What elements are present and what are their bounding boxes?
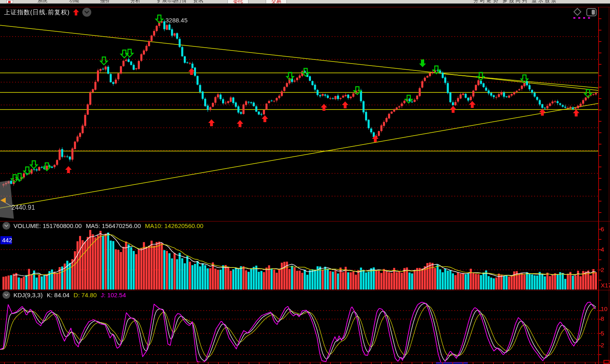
time-axis-tick <box>320 362 321 364</box>
time-axis-tick <box>493 362 494 364</box>
collapse-main-button[interactable] <box>82 8 91 17</box>
layout-panel-icon[interactable] <box>586 8 597 16</box>
time-axis-tick <box>126 362 127 364</box>
volume-label: VOLUME: 151760800.00 <box>13 222 82 229</box>
kdj-j-value: J: 102.54 <box>101 292 126 298</box>
time-axis-tick <box>462 362 463 364</box>
time-axis-tick <box>452 362 453 364</box>
time-axis-tick <box>177 362 178 364</box>
axis-tick <box>598 201 601 202</box>
time-axis-tick <box>259 362 260 364</box>
volume-axis: 642X17 <box>598 221 610 290</box>
time-axis-tick <box>249 362 249 364</box>
time-axis-tick <box>4 362 5 364</box>
trading-app-window: 系统 功能 报价 分析 扩展市场行情 资讯 委托 交易 分时走势 多股同列 显示… <box>0 0 610 364</box>
axis-tick <box>598 98 601 99</box>
time-axis-tick <box>24 362 25 364</box>
axis-tick <box>598 155 601 156</box>
volume-scale-label: X17 <box>601 282 610 289</box>
axis-tick <box>598 259 601 260</box>
time-axis-tick <box>534 362 535 364</box>
axis-tick <box>598 75 601 76</box>
collapse-volume-button[interactable] <box>2 222 10 230</box>
kdj-chart[interactable] <box>0 290 598 362</box>
time-axis-tick <box>14 362 15 364</box>
volume-axis-label: 6 <box>601 226 604 232</box>
order-button[interactable]: 委托 <box>227 0 249 4</box>
menu-item-analysis[interactable]: 分析 <box>130 0 140 4</box>
time-axis-tick <box>524 362 524 364</box>
kdj-axis-label: 10 <box>601 305 608 312</box>
time-axis-tick <box>86 362 86 364</box>
time-axis-tick <box>147 362 148 364</box>
time-axis-tick <box>554 362 555 364</box>
axis-tick <box>598 167 601 167</box>
kdj-name: KDJ(9,3,3) <box>13 292 43 298</box>
time-axis-tick <box>412 362 412 364</box>
trade-button[interactable]: 交易 <box>266 0 287 4</box>
time-axis-tick <box>55 362 56 364</box>
axis-tick <box>598 18 601 19</box>
menu-item-system[interactable]: 系统 <box>37 0 47 4</box>
time-axis-tick <box>473 362 473 364</box>
divider-kdj <box>0 290 610 290</box>
time-axis-tick <box>575 362 575 364</box>
time-axis-strip <box>0 362 610 364</box>
collapse-kdj-button[interactable] <box>2 291 10 299</box>
time-axis-tick <box>289 362 290 364</box>
time-axis-tick <box>218 362 219 364</box>
time-axis-tick <box>340 362 341 364</box>
time-axis-tick <box>381 362 382 364</box>
menu-item-quote[interactable]: 报价 <box>100 0 110 4</box>
axis-tick <box>598 110 601 110</box>
axis-tick <box>598 41 601 42</box>
time-axis-tick <box>116 362 117 364</box>
time-axis-tick <box>442 362 443 364</box>
menu-item-function[interactable]: 功能 <box>69 0 79 4</box>
time-axis-tick <box>106 362 107 364</box>
axis-tick <box>598 280 601 281</box>
axis-tick <box>598 144 601 145</box>
chart-title: 上证指数(日线.前复权) <box>4 9 70 16</box>
time-axis-tick <box>544 362 545 364</box>
time-axis-tick <box>35 362 35 364</box>
low-price-label: 2440.91 <box>11 204 35 211</box>
kdj-axis: 10852 <box>598 290 610 362</box>
menubar: 系统 功能 报价 分析 扩展市场行情 资讯 委托 交易 分时走势 多股同列 显示… <box>0 0 610 4</box>
axis-tick <box>598 239 601 240</box>
time-axis-tick <box>513 362 514 364</box>
axis-tick <box>598 121 601 122</box>
volume-ma5: MA5: 156470256.00 <box>86 222 141 229</box>
up-arrow-icon <box>73 9 79 15</box>
divider-volume <box>0 221 610 221</box>
divider-top <box>0 7 610 7</box>
time-axis-tick <box>564 362 565 364</box>
time-axis-tick <box>401 362 402 364</box>
time-axis-tick <box>75 362 76 364</box>
volume-chart[interactable] <box>0 221 598 290</box>
time-axis-tick <box>299 362 300 364</box>
axis-tick <box>598 30 601 31</box>
time-axis-tick <box>503 362 504 364</box>
time-axis-tick <box>137 362 137 364</box>
volume-current-value-badge: 442 <box>0 236 12 244</box>
main-candlestick-chart[interactable] <box>0 7 598 221</box>
kdj-axis-label: 2 <box>601 342 604 349</box>
app-logo-icon <box>7 0 13 3</box>
peak-price-label: 3288.45 <box>165 17 187 24</box>
time-axis-tick <box>269 362 270 364</box>
menu-item-extmarket[interactable]: 扩展市场行情 <box>157 0 187 4</box>
time-axis-tick <box>483 362 484 364</box>
time-axis-tick <box>279 362 280 364</box>
kdj-d-value: D: 74.80 <box>74 292 97 298</box>
axis-tick <box>598 354 601 355</box>
corner-resize-box[interactable] <box>603 360 610 364</box>
time-axis-tick <box>595 362 596 364</box>
volume-axis-label: 4 <box>601 246 604 253</box>
time-axis-tick <box>65 362 66 364</box>
menu-item-news[interactable]: 资讯 <box>193 0 203 4</box>
time-axis-tick <box>371 362 372 364</box>
axis-tick <box>598 178 601 179</box>
time-axis-tick <box>157 362 158 364</box>
menubar-right-links[interactable]: 分时走势 多股同列 显示股票 <box>473 0 558 4</box>
